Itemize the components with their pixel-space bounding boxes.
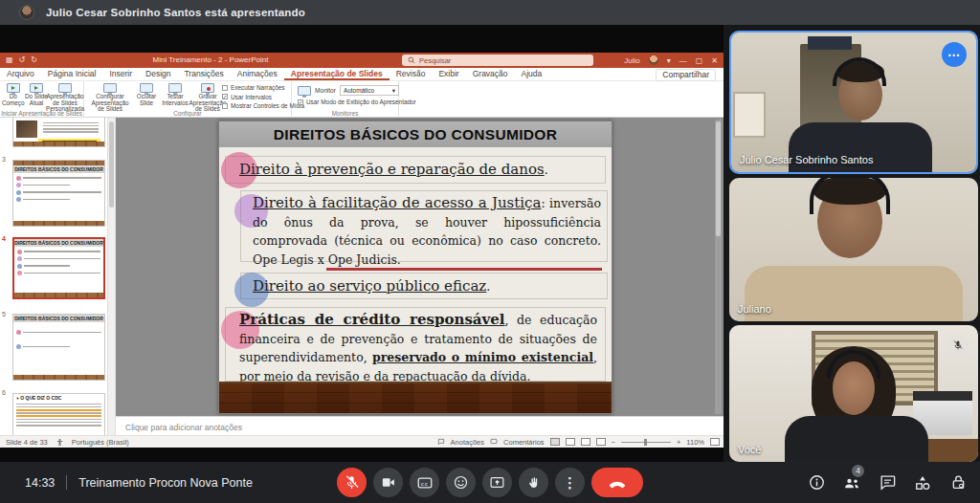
- account-name[interactable]: Julio: [624, 56, 639, 65]
- participants-count-badge: 4: [852, 465, 864, 477]
- undo-icon[interactable]: ↺: [19, 53, 26, 68]
- quick-access-toolbar: ▦ ↺ ↻: [6, 53, 37, 68]
- custom-slideshow-button[interactable]: Apresentação de Slides Personalizada: [48, 83, 82, 113]
- meet-window: Julio Cesar Sobrinho Santos está apresen…: [0, 0, 980, 503]
- slide-item-3: Direito ao serviço público eficaz.: [240, 273, 608, 299]
- from-beginning-button[interactable]: Do Começo: [2, 83, 24, 106]
- tab-arquivo[interactable]: Arquivo: [0, 68, 41, 80]
- slideshow-icon: [7, 83, 20, 93]
- presenter-view-checkbox[interactable]: ✓Usar Modo de Exibição do Apresentador: [298, 98, 416, 105]
- raise-hand-button[interactable]: [519, 468, 548, 497]
- normal-view-button[interactable]: [550, 438, 560, 446]
- hide-slide-button[interactable]: Ocultar Slide: [134, 83, 159, 106]
- zoom-slider[interactable]: [621, 442, 671, 443]
- panel-scrollbar[interactable]: [108, 118, 116, 435]
- video-feed: [729, 325, 978, 462]
- zoom-level[interactable]: 110%: [686, 438, 704, 447]
- end-call-button[interactable]: [591, 468, 643, 497]
- clock: 14:33: [25, 476, 55, 490]
- ppt-titlebar: ▦ ↺ ↻ Mini Treinamento - 2 - PowerPoint …: [0, 53, 724, 68]
- monitor-icon: [140, 83, 153, 93]
- chat-button[interactable]: [877, 472, 898, 493]
- tab-gravacao[interactable]: Gravação: [466, 68, 515, 80]
- tab-animacoes[interactable]: Animações: [231, 68, 284, 80]
- comments-toggle[interactable]: Comentários: [503, 438, 545, 447]
- redo-icon[interactable]: ↻: [31, 53, 37, 68]
- ppt-search-input[interactable]: Pesquisar: [402, 55, 593, 66]
- check-icon: ✓: [299, 99, 303, 105]
- reading-view-button[interactable]: [581, 438, 590, 446]
- notes-icon: [437, 438, 445, 446]
- red-underline-annotation: [326, 268, 602, 271]
- language-indicator[interactable]: Português (Brasil): [72, 438, 129, 447]
- monitor-dropdown[interactable]: Automático▾: [340, 85, 399, 96]
- video-tile-self[interactable]: Você: [729, 325, 978, 462]
- reactions-button[interactable]: [446, 468, 476, 497]
- setup-slideshow-button[interactable]: Configurar Apresentação de Slides: [88, 83, 132, 113]
- thumbnail-slide-4-selected[interactable]: DIREITOS BÁSICOS DO CONSUMIDOR: [12, 237, 105, 299]
- ribbon-group-monitors: Monitor Automático▾ ✓Usar Modo de Exibiç…: [292, 81, 399, 118]
- thumbnail-slide-5[interactable]: DIREITOS BÁSICOS DO CONSUMIDOR: [12, 314, 105, 381]
- restore-button[interactable]: ▢: [696, 56, 703, 65]
- end-call-icon: [608, 473, 627, 492]
- ribbon-group-start: Do Começo Do Slide Atual Apresentação de…: [0, 81, 84, 118]
- meeting-details-button[interactable]: [806, 472, 827, 493]
- mic-off-icon: [952, 339, 964, 351]
- present-button[interactable]: [482, 468, 512, 497]
- slideshow-view-button[interactable]: [596, 438, 606, 446]
- notes-pane[interactable]: Clique para adicionar anotações: [116, 416, 724, 435]
- slide-scrollbar[interactable]: [715, 120, 722, 414]
- record-slideshow-button[interactable]: Gravar Apresentação de Slides: [191, 83, 224, 113]
- mic-toggle-button[interactable]: [337, 468, 367, 497]
- video-tile-juliano[interactable]: Juliano: [729, 178, 978, 321]
- chat-icon: [879, 473, 897, 492]
- video-feed: [729, 178, 978, 321]
- group-label: Configurar: [84, 110, 291, 117]
- camera-toggle-button[interactable]: [373, 468, 403, 497]
- minimize-button[interactable]: —: [679, 56, 687, 65]
- more-options-button[interactable]: ⋮: [555, 468, 585, 497]
- more-vertical-icon: ⋮: [563, 474, 577, 492]
- from-current-slide-button[interactable]: Do Slide Atual: [25, 83, 48, 106]
- ribbon-group-configure: Configurar Apresentação de Slides Oculta…: [84, 81, 292, 118]
- accessibility-icon[interactable]: [56, 438, 64, 447]
- grid-icon[interactable]: ▦: [6, 53, 13, 68]
- slide-item-2: Direito à facilitação de acesso a Justiç…: [240, 190, 608, 262]
- ppt-share-button[interactable]: Compartilhar: [656, 69, 716, 81]
- slide-item-1: Direito à prevenção e reparação de danos…: [225, 156, 606, 184]
- slide-canvas[interactable]: DIREITOS BÁSICOS DO CONSUMIDOR Direito à…: [218, 120, 612, 414]
- thumbnail-slide-3[interactable]: DIREITOS BÁSICOS DO CONSUMIDOR: [12, 160, 105, 227]
- close-button[interactable]: ✕: [711, 56, 718, 65]
- smiley-icon: [453, 474, 469, 491]
- zoom-in-button[interactable]: +: [677, 438, 680, 447]
- tab-pagina-inicial[interactable]: Página Inicial: [41, 68, 103, 80]
- tab-exibir[interactable]: Exibir: [432, 68, 465, 80]
- thumbnail-slide-2[interactable]: [12, 118, 105, 147]
- monitor-icon: [168, 83, 182, 93]
- camera-icon: [380, 474, 396, 491]
- tab-ajuda[interactable]: Ajuda: [515, 68, 549, 80]
- host-controls-button[interactable]: [947, 472, 969, 493]
- participant-name: Juliano: [738, 303, 771, 315]
- activities-button[interactable]: [912, 472, 933, 493]
- thumbnail-slide-6[interactable]: + O QUE DIZ O CDC: [12, 393, 105, 435]
- info-icon: [808, 473, 826, 492]
- video-tile-presenter[interactable]: ⋯ Julio Cesar Sobrinho Santos: [729, 31, 978, 174]
- tab-transicoes[interactable]: Transições: [177, 68, 230, 80]
- slide-floor-image: [219, 382, 612, 413]
- tab-design[interactable]: Design: [139, 68, 177, 80]
- ribbon-options-icon[interactable]: ▾: [667, 56, 671, 65]
- account-avatar[interactable]: [649, 55, 658, 65]
- tab-revisao[interactable]: Revisão: [390, 68, 433, 80]
- rehearse-timings-button[interactable]: Testar Intervalos: [161, 83, 189, 106]
- participants-button[interactable]: 4: [841, 472, 862, 493]
- tab-apresentacao-de-slides[interactable]: Apresentação de Slides: [284, 68, 390, 80]
- captions-button[interactable]: cc: [410, 468, 439, 497]
- tab-inserir[interactable]: Inserir: [102, 68, 139, 80]
- tile-options-button[interactable]: ⋯: [942, 42, 967, 67]
- slide-sorter-view-button[interactable]: [566, 438, 575, 446]
- zoom-out-button[interactable]: −: [612, 438, 615, 447]
- fit-to-window-button[interactable]: [710, 438, 720, 446]
- notes-toggle[interactable]: Anotações: [451, 438, 484, 447]
- more-horizontal-icon: ⋯: [947, 48, 961, 62]
